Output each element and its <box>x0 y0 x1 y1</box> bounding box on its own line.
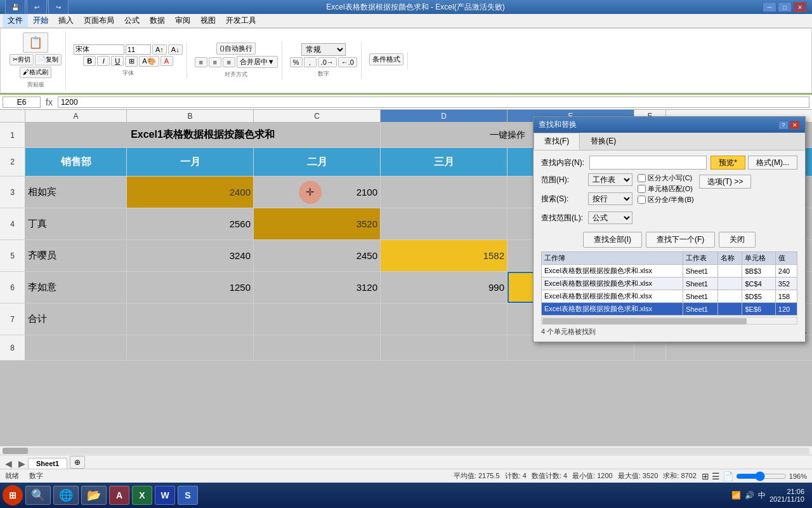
tab-find[interactable]: 查找(F) <box>534 133 580 150</box>
cell-b6[interactable]: 1250 <box>127 272 254 303</box>
decrease-font-button[interactable]: A↓ <box>168 44 183 55</box>
results-scrollbar[interactable] <box>541 317 797 324</box>
cell-a3[interactable]: 相如宾 <box>25 177 127 208</box>
whole-cell-checkbox[interactable] <box>638 185 646 193</box>
col-header-b[interactable]: B <box>127 110 254 122</box>
cell-b8[interactable] <box>127 335 254 360</box>
align-center-button[interactable]: ≡ <box>209 57 221 67</box>
cell-c6[interactable]: 3120 <box>254 272 381 303</box>
align-right-button[interactable]: ≡ <box>223 57 235 67</box>
dialog-help-button[interactable]: ? <box>778 121 789 130</box>
page-view-icon[interactable]: 📄 <box>723 471 733 481</box>
fill-color-button[interactable]: A🎨 <box>139 56 159 67</box>
cell-b4[interactable]: 2560 <box>127 208 254 239</box>
add-sheet-button[interactable]: ⊕ <box>70 456 85 469</box>
cell-a6[interactable]: 李如意 <box>25 272 127 303</box>
results-scrollbar-thumb[interactable] <box>542 318 747 324</box>
cell-c2[interactable]: 二月 <box>254 148 381 176</box>
number-format-select[interactable]: 常规 <box>301 43 346 56</box>
decrease-decimal-button[interactable]: ←.0 <box>338 57 357 67</box>
scrollbar-thumb[interactable] <box>3 448 28 454</box>
taskbar-app-sogou[interactable]: S <box>178 486 198 505</box>
menu-data[interactable]: 数据 <box>145 14 170 27</box>
format-painter-button[interactable]: 🖌格式刷 <box>20 67 51 78</box>
cell-a4[interactable]: 丁真 <box>25 208 127 239</box>
dialog-close-button[interactable]: ✕ <box>790 121 800 130</box>
result-row[interactable]: Excel表格数据根据按颜色求和.xlsxSheet1$B$3240 <box>542 265 797 277</box>
menu-view[interactable]: 视图 <box>195 14 221 27</box>
menu-review[interactable]: 审阅 <box>170 14 195 27</box>
row-num-5[interactable]: 5 <box>0 240 25 271</box>
col-header-c[interactable]: C <box>254 110 381 122</box>
sheet-tab-sheet1[interactable]: Sheet1 <box>28 458 67 469</box>
cell-d8[interactable] <box>381 335 508 360</box>
cell-b3[interactable]: 2400 <box>127 177 254 208</box>
search-dir-select[interactable]: 按行 按列 <box>588 192 632 205</box>
cell-c3[interactable]: ✛ 2100 <box>254 177 381 208</box>
menu-developer[interactable]: 开发工具 <box>221 14 261 27</box>
taskbar-app-word[interactable]: W <box>155 486 175 505</box>
cell-d4[interactable] <box>381 208 508 239</box>
horizontal-scrollbar[interactable] <box>0 446 812 455</box>
cell-b7[interactable] <box>127 304 254 335</box>
cell-c7[interactable] <box>254 304 381 335</box>
maximize-button[interactable]: □ <box>778 2 792 12</box>
cell-b2[interactable]: 一月 <box>127 148 254 176</box>
cell-d6[interactable]: 990 <box>381 272 508 303</box>
menu-formulas[interactable]: 公式 <box>119 14 145 27</box>
taskbar-search[interactable]: 🔍 <box>25 486 51 505</box>
menu-insert[interactable]: 插入 <box>53 14 79 27</box>
taskbar-fileexplorer[interactable]: 📂 <box>81 486 107 505</box>
range-select[interactable]: 工作表 工作簿 <box>588 173 632 186</box>
options-button[interactable]: 选项(T) >> <box>699 175 752 189</box>
result-row[interactable]: Excel表格数据根据按颜色求和.xlsxSheet1$C$4352 <box>542 277 797 290</box>
cell-b5[interactable]: 3240 <box>127 240 254 271</box>
cell-d2[interactable]: 三月 <box>381 148 508 176</box>
look-in-select[interactable]: 公式 值 <box>588 211 632 224</box>
fullhalf-option[interactable]: 区分全/半角(B) <box>638 195 694 204</box>
paste-button[interactable]: 📋 <box>23 32 48 53</box>
menu-layout[interactable]: 页面布局 <box>79 14 119 27</box>
cell-d3[interactable] <box>381 177 508 208</box>
font-color-button[interactable]: A <box>160 56 173 66</box>
border-button[interactable]: ⊞ <box>125 56 138 67</box>
align-left-button[interactable]: ≡ <box>195 57 207 67</box>
taskbar-input-method[interactable]: 中 <box>758 490 766 501</box>
cell-a8[interactable] <box>25 335 127 360</box>
start-button[interactable]: ⊞ <box>3 485 23 505</box>
increase-decimal-button[interactable]: .0→ <box>318 57 337 67</box>
cell-d5[interactable]: 1582 <box>381 240 508 271</box>
menu-file[interactable]: 文件 <box>3 14 28 27</box>
row-num-8[interactable]: 8 <box>0 335 25 360</box>
col-header-d[interactable]: D <box>381 110 508 122</box>
row-num-7[interactable]: 7 <box>0 304 25 335</box>
sheet-nav-right[interactable]: ▶ <box>16 458 28 469</box>
conditional-format-button[interactable]: 条件格式 <box>369 53 403 65</box>
bold-button[interactable]: B <box>83 56 96 66</box>
row-num-3[interactable]: 3 <box>0 177 25 208</box>
zoom-slider[interactable] <box>736 471 787 481</box>
preview-button[interactable]: 预览* <box>710 156 745 170</box>
case-sensitive-option[interactable]: 区分大小写(C) <box>638 173 694 183</box>
login-button[interactable]: 登录 <box>793 3 807 12</box>
cell-reference-input[interactable] <box>3 97 41 108</box>
row-num-6[interactable]: 6 <box>0 272 25 303</box>
normal-view-icon[interactable]: ☰ <box>712 471 720 481</box>
row-num-2[interactable]: 2 <box>0 148 25 176</box>
table-icon[interactable]: ⊞ <box>702 471 709 481</box>
taskbar-cortana[interactable]: 🌐 <box>53 486 79 505</box>
taskbar-app-excel[interactable]: X <box>132 486 152 505</box>
increase-font-button[interactable]: A↑ <box>152 44 167 55</box>
cell-c8[interactable] <box>254 335 381 360</box>
font-size-input[interactable] <box>126 44 151 55</box>
cut-button[interactable]: ✂剪切 <box>10 54 34 65</box>
menu-home[interactable]: 开始 <box>28 14 53 27</box>
result-row[interactable]: Excel表格数据根据按颜色求和.xlsxSheet1$E$6120 <box>542 303 797 316</box>
sheet-nav-left[interactable]: ◀ <box>3 458 15 469</box>
taskbar-sound[interactable]: 🔊 <box>745 491 754 500</box>
cell-d7[interactable] <box>381 304 508 335</box>
cell-c5[interactable]: 2450 <box>254 240 381 271</box>
formula-input[interactable] <box>58 97 809 108</box>
copy-button[interactable]: 📄复制 <box>35 54 62 65</box>
align-wrap-button[interactable]: ⟨⟩自动换行 <box>216 43 256 55</box>
